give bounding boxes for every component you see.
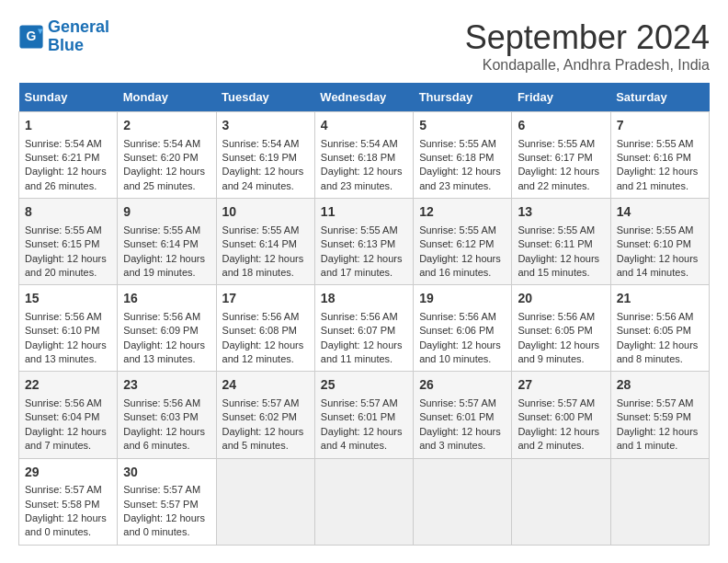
day-info-line: Sunrise: 5:56 AM: [222, 310, 309, 324]
day-info-line: Sunset: 5:57 PM: [123, 498, 210, 511]
day-info-line: Sunset: 6:02 PM: [222, 410, 309, 424]
day-info-line: and 26 minutes.: [25, 179, 111, 193]
day-info-line: Daylight: 12 hours: [25, 511, 111, 525]
calendar-cell: 29Sunrise: 5:57 AMSunset: 5:58 PMDayligh…: [19, 458, 118, 545]
day-info-line: Sunrise: 5:55 AM: [25, 224, 111, 237]
day-info-line: and 1 minute.: [617, 439, 703, 453]
day-info-line: Sunset: 6:03 PM: [123, 410, 210, 424]
day-info-line: and 2 minutes.: [518, 439, 604, 453]
title-area: September 2024 Kondapalle, Andhra Prades…: [465, 18, 710, 74]
day-info-line: and 0 minutes.: [25, 525, 111, 539]
day-info-line: Sunrise: 5:57 AM: [25, 483, 111, 497]
day-number: 8: [25, 203, 111, 222]
week-row-2: 8Sunrise: 5:55 AMSunset: 6:15 PMDaylight…: [19, 199, 710, 285]
day-info-line: Sunrise: 5:57 AM: [518, 396, 604, 410]
logo-text: General Blue: [48, 18, 109, 55]
day-number: 1: [25, 117, 111, 135]
day-info-line: and 6 minutes.: [123, 439, 210, 453]
day-info-line: Sunrise: 5:57 AM: [222, 396, 309, 410]
day-number: 30: [123, 464, 210, 482]
day-info-line: Sunset: 6:01 PM: [419, 410, 506, 424]
day-info-line: Sunset: 6:12 PM: [419, 237, 506, 251]
day-info-line: Sunset: 6:05 PM: [518, 324, 604, 338]
svg-text:G: G: [27, 29, 37, 43]
day-info-line: Sunrise: 5:56 AM: [123, 310, 210, 324]
calendar-table: SundayMondayTuesdayWednesdayThursdayFrid…: [18, 83, 710, 546]
calendar-cell: 22Sunrise: 5:56 AMSunset: 6:04 PMDayligh…: [19, 372, 118, 458]
day-info-line: Daylight: 12 hours: [222, 252, 309, 266]
day-number: 10: [222, 203, 309, 222]
day-info-line: Daylight: 12 hours: [617, 339, 703, 352]
day-info-line: and 9 minutes.: [518, 352, 604, 366]
day-info-line: Sunrise: 5:56 AM: [617, 310, 703, 324]
logo-line2: Blue: [48, 36, 84, 54]
day-info-line: and 25 minutes.: [123, 179, 210, 193]
day-info-line: Daylight: 12 hours: [25, 425, 111, 439]
day-number: 13: [518, 203, 604, 222]
main-title: September 2024: [465, 18, 710, 57]
calendar-cell: 1Sunrise: 5:54 AMSunset: 6:21 PMDaylight…: [19, 112, 118, 199]
calendar-cell: 17Sunrise: 5:56 AMSunset: 6:08 PMDayligh…: [216, 285, 314, 372]
day-info-line: Daylight: 12 hours: [419, 165, 506, 178]
day-info-line: Daylight: 12 hours: [617, 165, 703, 178]
day-info-line: Daylight: 12 hours: [25, 339, 111, 352]
calendar-cell: 18Sunrise: 5:56 AMSunset: 6:07 PMDayligh…: [314, 285, 413, 372]
day-info-line: and 7 minutes.: [25, 439, 111, 453]
day-info-line: Daylight: 12 hours: [123, 425, 210, 439]
day-info-line: Daylight: 12 hours: [321, 252, 407, 266]
day-number: 12: [419, 203, 506, 222]
page-header: G General Blue September 2024 Kondapalle…: [18, 18, 710, 74]
day-number: 11: [321, 203, 407, 222]
day-info-line: Sunrise: 5:55 AM: [321, 224, 407, 237]
day-info-line: Sunset: 6:06 PM: [419, 324, 506, 338]
day-info-line: Sunset: 6:17 PM: [518, 151, 604, 165]
day-number: 23: [123, 376, 210, 395]
weekday-header-friday: Friday: [512, 83, 610, 112]
day-number: 19: [419, 290, 506, 308]
day-info-line: Daylight: 12 hours: [518, 339, 604, 352]
calendar-cell: 21Sunrise: 5:56 AMSunset: 6:05 PMDayligh…: [610, 285, 709, 372]
weekday-header-wednesday: Wednesday: [314, 83, 413, 112]
day-info-line: Sunset: 6:07 PM: [321, 324, 407, 338]
day-info-line: Daylight: 12 hours: [617, 252, 703, 266]
calendar-cell: 7Sunrise: 5:55 AMSunset: 6:16 PMDaylight…: [610, 112, 709, 199]
day-info-line: Sunrise: 5:55 AM: [518, 224, 604, 237]
day-info-line: Sunrise: 5:56 AM: [419, 310, 506, 324]
day-info-line: Daylight: 12 hours: [419, 425, 506, 439]
day-info-line: Sunset: 6:05 PM: [617, 324, 703, 338]
day-info-line: and 22 minutes.: [518, 179, 604, 193]
day-info-line: and 8 minutes.: [617, 352, 703, 366]
calendar-cell: [414, 458, 512, 545]
day-info-line: and 3 minutes.: [419, 439, 506, 453]
day-info-line: Daylight: 12 hours: [617, 425, 703, 439]
logo-line1: General: [48, 17, 109, 36]
calendar-cell: [512, 458, 610, 545]
day-info-line: and 14 minutes.: [617, 266, 703, 280]
day-info-line: Sunrise: 5:56 AM: [123, 396, 210, 410]
day-info-line: Sunrise: 5:56 AM: [25, 396, 111, 410]
day-number: 28: [617, 376, 703, 395]
day-info-line: Daylight: 12 hours: [321, 339, 407, 352]
day-number: 3: [222, 117, 309, 135]
day-info-line: Sunset: 6:01 PM: [321, 410, 407, 424]
day-info-line: Daylight: 12 hours: [222, 339, 309, 352]
subtitle: Kondapalle, Andhra Pradesh, India: [465, 57, 710, 74]
day-info-line: Daylight: 12 hours: [123, 252, 210, 266]
day-info-line: and 13 minutes.: [25, 352, 111, 366]
day-number: 22: [25, 376, 111, 395]
day-info-line: Sunset: 6:08 PM: [222, 324, 309, 338]
day-info-line: Sunset: 6:00 PM: [518, 410, 604, 424]
day-number: 25: [321, 376, 407, 395]
day-info-line: Sunrise: 5:56 AM: [518, 310, 604, 324]
day-info-line: and 16 minutes.: [419, 266, 506, 280]
calendar-cell: 19Sunrise: 5:56 AMSunset: 6:06 PMDayligh…: [414, 285, 512, 372]
day-info-line: and 23 minutes.: [321, 179, 407, 193]
calendar-cell: 10Sunrise: 5:55 AMSunset: 6:14 PMDayligh…: [216, 199, 314, 285]
day-info-line: Daylight: 12 hours: [518, 165, 604, 178]
day-number: 9: [123, 203, 210, 222]
day-info-line: Sunrise: 5:57 AM: [419, 396, 506, 410]
logo-icon: G: [18, 24, 44, 50]
day-info-line: and 11 minutes.: [321, 352, 407, 366]
calendar-cell: [610, 458, 709, 545]
calendar-cell: 11Sunrise: 5:55 AMSunset: 6:13 PMDayligh…: [314, 199, 413, 285]
